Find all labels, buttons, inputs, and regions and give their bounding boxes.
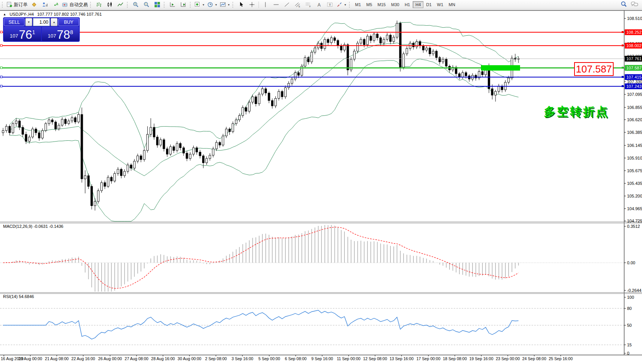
auto-trading-icon (62, 2, 68, 8)
add-indicator-icon (194, 2, 201, 8)
buy-price-point: 8 (70, 29, 73, 35)
market-watch-button[interactable] (40, 1, 50, 8)
auto-trading-button[interactable]: 自动交易 (61, 1, 89, 8)
new-order-button[interactable]: 新订单 (5, 1, 29, 8)
line-chart-icon (117, 2, 123, 8)
profiles-button[interactable] (29, 1, 40, 8)
timeframe-button-MN[interactable]: MN (446, 1, 458, 8)
fibonacci-tool[interactable]: F (303, 1, 314, 8)
arrows-icon (336, 2, 342, 8)
one-click-trade-panel: SELL ▼ ▲ BUY 107 76 1 107 78 8 (3, 17, 80, 42)
cursor-arrow-icon (238, 2, 244, 8)
svg-text:F: F (309, 5, 311, 8)
turning-point-annotation[interactable]: 多空转折点 (544, 104, 609, 120)
person-chart-icon (42, 2, 48, 8)
toolbar-grip (164, 2, 166, 8)
new-order-label: 新订单 (14, 2, 28, 8)
auto-scroll-button[interactable] (167, 1, 178, 8)
buy-price-int: 107 (48, 33, 56, 39)
tile-windows-icon (154, 2, 160, 8)
crosshair-button[interactable] (247, 1, 257, 8)
toolbar-grip (127, 2, 129, 8)
toolbar-grip (90, 2, 92, 8)
templates-button[interactable]: ▼ (219, 1, 231, 8)
timeframe-button-M5[interactable]: M5 (364, 1, 375, 8)
svg-text:T: T (329, 3, 331, 7)
price-level-annotation-box[interactable]: 107.587 (574, 62, 614, 76)
line-chart-button[interactable] (115, 1, 126, 8)
toolbar-right (621, 1, 642, 9)
channel-icon: E (295, 2, 301, 8)
candlestick-button[interactable] (104, 1, 115, 8)
chevron-down-icon: ▼ (344, 3, 347, 6)
svg-text:A: A (318, 2, 321, 8)
toolbar-grip (349, 2, 351, 8)
sell-price-point: 1 (32, 29, 35, 35)
chevron-down-icon: ▼ (227, 3, 230, 6)
macd-indicator-label: MACD(12,26,9) -0.0631 -0.1436 (3, 224, 63, 229)
fibonacci-icon: F (305, 2, 311, 8)
add-indicator-button[interactable]: ▼ (193, 1, 206, 8)
text-a-icon: A (316, 2, 322, 8)
vertical-line-tool[interactable] (260, 1, 271, 8)
rsi-indicator-label: RSI(14) 54.6846 (3, 294, 34, 299)
auto-scroll-icon (170, 2, 176, 8)
sell-price-int: 107 (10, 33, 18, 39)
template-icon (220, 2, 226, 8)
main-toolbar: 新订单 自动交易 ▼ ▼ (0, 0, 642, 10)
auto-trading-label: 自动交易 (69, 2, 88, 8)
candlestick-icon (107, 2, 113, 8)
text-tool[interactable]: A (314, 1, 324, 8)
chart-ohlc-header: ▲ USDJPY-,H4 107.777 107.802 107.746 107… (3, 12, 102, 16)
buy-price-pips: 78 (57, 29, 70, 40)
svg-text:E: E (298, 5, 300, 8)
timeframe-button-M30[interactable]: M30 (388, 1, 402, 8)
trendline-tool[interactable] (281, 1, 292, 8)
text-label-icon: T (327, 2, 333, 8)
zoom-in-icon (133, 2, 139, 8)
zoom-in-button[interactable] (130, 1, 141, 8)
crosshair-icon (249, 2, 255, 8)
ohlc-values: 107.777 107.802 107.746 107.761 (37, 12, 102, 16)
timeframe-button-H4[interactable]: H4 (413, 1, 423, 8)
tile-windows-button[interactable] (152, 1, 163, 8)
toolbar-grip (2, 2, 4, 8)
channel-tool[interactable]: E (292, 1, 303, 8)
sell-price-display[interactable]: 107 76 1 (4, 27, 41, 41)
horizontal-line-tool[interactable] (271, 1, 281, 8)
buy-button[interactable]: BUY (58, 18, 79, 26)
periods-button[interactable]: ▼ (206, 1, 219, 8)
trendline-icon (284, 2, 290, 8)
timeframe-button-M15[interactable]: M15 (375, 1, 388, 8)
sell-button[interactable]: SELL (4, 18, 25, 26)
chat-button[interactable] (631, 1, 638, 9)
vertical-line-icon (262, 2, 268, 8)
text-label-tool[interactable]: T (324, 1, 335, 8)
toolbar-separator (258, 2, 259, 8)
chart-shift-icon (180, 2, 186, 8)
timeframe-button-D1[interactable]: D1 (423, 1, 434, 8)
timeframe-button-H1[interactable]: H1 (402, 1, 413, 8)
chart-canvas[interactable] (0, 0, 642, 364)
buy-price-display[interactable]: 107 78 8 (42, 27, 79, 41)
bar-chart-button[interactable] (94, 1, 104, 8)
toolbar-grip (232, 2, 235, 8)
signal-button[interactable] (50, 1, 61, 8)
bar-chart-icon (96, 2, 102, 8)
collapse-triangle-icon[interactable]: ▲ (3, 13, 6, 16)
search-button[interactable] (621, 1, 627, 9)
sell-price-pips: 76 (19, 29, 32, 40)
volume-up-button[interactable]: ▲ (51, 18, 58, 26)
chevron-down-icon: ▼ (202, 3, 205, 6)
cursor-button[interactable] (236, 1, 247, 8)
toolbar-grip (190, 2, 192, 8)
timeframe-button-W1[interactable]: W1 (434, 1, 446, 8)
zoom-out-button[interactable] (141, 1, 152, 8)
signal-icon (53, 2, 59, 8)
chart-shift-button[interactable] (178, 1, 189, 8)
arrows-tool[interactable]: ▼ (335, 1, 348, 8)
volume-down-button[interactable]: ▼ (25, 18, 32, 26)
volume-input[interactable] (33, 18, 50, 26)
timeframe-button-M1[interactable]: M1 (352, 1, 364, 8)
symbol-period-label: USDJPY-,H4 (10, 12, 34, 16)
